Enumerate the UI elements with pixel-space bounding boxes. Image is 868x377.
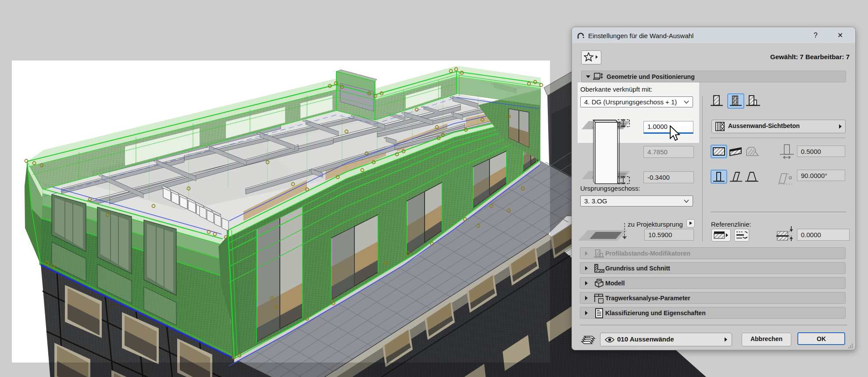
svg-text:α: α	[789, 174, 792, 181]
